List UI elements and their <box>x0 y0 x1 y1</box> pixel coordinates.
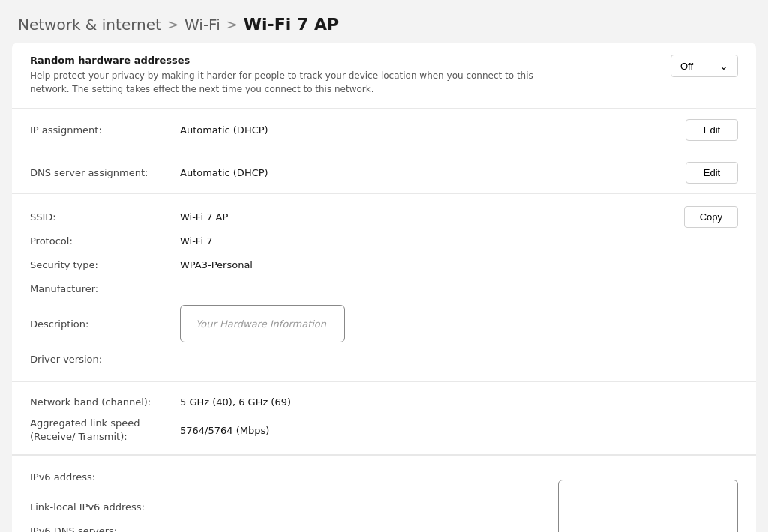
ipv6-address-label: IPv6 address: <box>30 471 180 483</box>
breadcrumb-sep2: > <box>226 16 238 32</box>
hardware-info-text: Your Hardware Information <box>196 318 326 330</box>
ssid-label: SSID: <box>30 211 180 223</box>
random-hw-control: Off <box>670 55 738 77</box>
ip-assignment-edit-button[interactable]: Edit <box>686 119 738 141</box>
breadcrumb-part1[interactable]: Network & internet <box>18 16 161 34</box>
ip-assignment-action: Edit <box>686 118 738 141</box>
ip-assignment-section: IP assignment: Automatic (DHCP) Edit <box>12 109 756 151</box>
ipv6-dns-row: IPv6 DNS servers: <box>30 519 546 532</box>
ip-assignment-label: IP assignment: <box>30 124 180 136</box>
ipv6-address-row: IPv6 address: <box>30 465 546 489</box>
dns-assignment-section: DNS server assignment: Automatic (DHCP) … <box>12 151 756 194</box>
ssid-action: Copy <box>684 205 738 228</box>
protocol-row: Protocol: Wi-Fi 7 <box>30 229 672 253</box>
manufacturer-label: Manufacturer: <box>30 283 180 294</box>
network-band-label: Network band (channel): <box>30 396 180 408</box>
random-hw-section: Random hardware addresses Help protect y… <box>12 43 756 109</box>
random-hw-text: Random hardware addresses Help protect y… <box>30 55 555 96</box>
settings-panel: Random hardware addresses Help protect y… <box>12 43 756 532</box>
ip-info-section: IPv6 address: Link-local IPv6 address: I… <box>12 455 756 532</box>
dns-assignment-value: Automatic (DHCP) <box>180 167 674 178</box>
network-band-row: Network band (channel): 5 GHz (40), 6 GH… <box>30 390 738 414</box>
aggregated-link-label: Aggregated link speed (Receive/ Transmit… <box>30 417 180 444</box>
protocol-value: Wi-Fi 7 <box>180 235 672 247</box>
link-local-ipv6-label: Link-local IPv6 address: <box>30 501 180 513</box>
ssid-value: Wi-Fi 7 AP <box>180 211 672 223</box>
network-details-section: SSID: Wi-Fi 7 AP Protocol: Wi-Fi 7 Secur… <box>12 194 756 382</box>
breadcrumb-part3: Wi-Fi 7 AP <box>244 15 339 34</box>
ip-labels: IPv6 address: Link-local IPv6 address: I… <box>30 465 546 532</box>
ssid-row: SSID: Wi-Fi 7 AP <box>30 205 672 229</box>
dns-assignment-label: DNS server assignment: <box>30 167 180 178</box>
security-type-row: Security type: WPA3-Personal <box>30 253 672 276</box>
breadcrumb-part2[interactable]: Wi-Fi <box>184 16 220 34</box>
dns-assignment-row: DNS server assignment: Automatic (DHCP) <box>30 160 674 184</box>
ip-assignment-value: Automatic (DHCP) <box>180 124 674 136</box>
security-type-label: Security type: <box>30 259 180 270</box>
dns-assignment-action: Edit <box>686 160 738 184</box>
network-details-props: SSID: Wi-Fi 7 AP Protocol: Wi-Fi 7 Secur… <box>30 205 672 371</box>
band-section: Network band (channel): 5 GHz (40), 6 GH… <box>12 382 756 455</box>
driver-version-label: Driver version: <box>30 354 180 365</box>
link-local-ipv6-row: Link-local IPv6 address: <box>30 495 546 519</box>
manufacturer-row: Manufacturer: <box>30 276 672 300</box>
security-type-value: WPA3-Personal <box>180 259 672 270</box>
copy-button[interactable]: Copy <box>684 206 738 228</box>
random-hw-title: Random hardware addresses <box>30 55 555 66</box>
chevron-down-icon <box>719 60 728 72</box>
breadcrumb-sep1: > <box>167 16 178 32</box>
dns-assignment-props: DNS server assignment: Automatic (DHCP) <box>30 160 674 184</box>
networking-info-box: Your Networking and IP Information <box>558 480 738 532</box>
random-hw-dropdown[interactable]: Off <box>670 55 738 77</box>
description-label: Description: <box>30 318 180 330</box>
protocol-label: Protocol: <box>30 235 180 247</box>
net-info-box-container: Your Networking and IP Information <box>558 465 738 532</box>
ip-assignment-props: IP assignment: Automatic (DHCP) <box>30 118 674 142</box>
aggregated-link-value: 5764/5764 (Mbps) <box>180 425 738 436</box>
dns-assignment-edit-button[interactable]: Edit <box>686 162 738 184</box>
hardware-info-box: Your Hardware Information <box>180 305 345 342</box>
random-hw-desc: Help protect your privacy by making it h… <box>30 69 555 96</box>
aggregated-link-row: Aggregated link speed (Receive/ Transmit… <box>30 414 738 447</box>
ipv6-dns-label: IPv6 DNS servers: <box>30 525 180 532</box>
description-row: Description: Your Hardware Information <box>30 300 672 347</box>
network-band-value: 5 GHz (40), 6 GHz (69) <box>180 396 738 408</box>
ip-assignment-row: IP assignment: Automatic (DHCP) <box>30 118 674 142</box>
driver-version-row: Driver version: <box>30 347 672 371</box>
random-hw-dropdown-value: Off <box>680 61 693 72</box>
breadcrumb: Network & internet > Wi-Fi > Wi-Fi 7 AP <box>0 0 768 43</box>
